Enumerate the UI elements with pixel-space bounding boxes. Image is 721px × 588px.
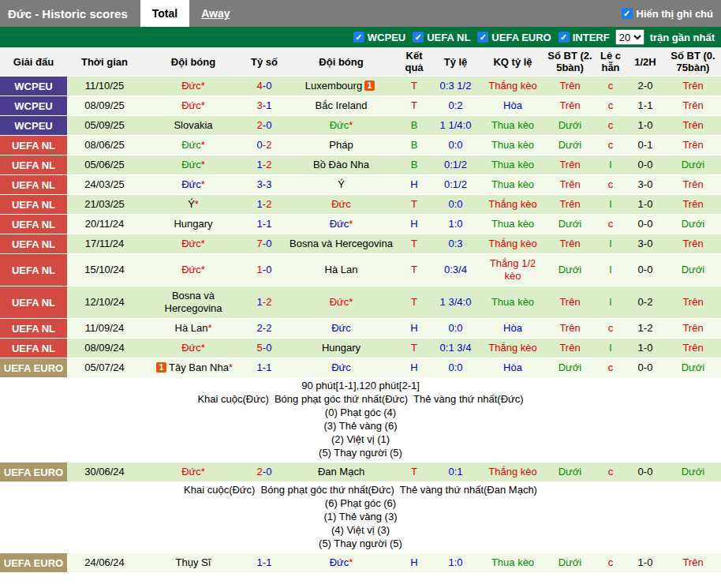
result-letter: B bbox=[411, 159, 418, 170]
odds-result-cell: Thua kèo bbox=[481, 116, 544, 136]
checkbox-checked-icon[interactable]: ✓ bbox=[413, 32, 424, 43]
home-advantage-star: * bbox=[207, 322, 211, 334]
match-date: 24/06/24 bbox=[67, 553, 142, 573]
over-under-25-cell: Trên bbox=[544, 234, 596, 254]
odd-even-cell: l bbox=[596, 195, 626, 215]
away-score: 2 bbox=[266, 159, 271, 170]
home-score: 4 bbox=[257, 80, 263, 92]
away-score: 1 bbox=[266, 218, 271, 230]
home-advantage-star: * bbox=[229, 361, 233, 373]
half-time-score-cell: 0-0 bbox=[626, 155, 665, 175]
odds-cell: 0:3 1/2 bbox=[430, 77, 481, 96]
over-under-075-value: Trên bbox=[682, 556, 703, 568]
home-score: 7 bbox=[257, 238, 263, 249]
filter-interf[interactable]: ✓INTERF bbox=[558, 32, 610, 43]
team-name: Ý bbox=[338, 178, 345, 190]
match-row: UEFA NL11/09/24Hà Lan*2-2ĐứcH0:0HòaTrênc… bbox=[0, 319, 721, 339]
col-league: Giải đấu bbox=[0, 47, 67, 77]
checkbox-checked-icon[interactable]: ✓ bbox=[622, 8, 633, 19]
over-under-075-cell: Trên bbox=[665, 234, 721, 254]
over-under-25-value: Dưới bbox=[558, 361, 582, 373]
result-letter: T bbox=[411, 342, 417, 354]
score-cell: 2-0 bbox=[245, 463, 284, 482]
half-time-score-cell: 1-0 bbox=[626, 553, 665, 573]
filter-uefa-nl[interactable]: ✓UEFA NL bbox=[413, 32, 470, 43]
over-under-075-value: Dưới bbox=[682, 159, 705, 170]
match-date: 20/11/24 bbox=[67, 215, 142, 234]
match-row: UEFA EURO30/06/24Đức*2-0Đan MạchT0:1Thắn… bbox=[0, 463, 721, 482]
home-team-cell: Đức* bbox=[142, 155, 245, 175]
odd-even-cell: c bbox=[596, 77, 626, 96]
score-cell: 2-2 bbox=[245, 319, 284, 339]
score-cell: 1-2 bbox=[245, 287, 284, 319]
odds-result-cell: Thua kèo bbox=[481, 155, 544, 175]
filter-wcpeu[interactable]: ✓WCPEU bbox=[353, 32, 405, 43]
team-name: Ý bbox=[188, 198, 195, 210]
team-name: Đức bbox=[331, 361, 351, 373]
over-under-25-cell: Trên bbox=[544, 287, 596, 319]
note-line: (2) Việt vị (1) bbox=[0, 433, 721, 446]
tab-total[interactable]: Total bbox=[140, 0, 189, 27]
result-cell: B bbox=[398, 136, 430, 155]
checkbox-checked-icon[interactable]: ✓ bbox=[353, 32, 364, 43]
col-odds: Tỷ lệ bbox=[430, 47, 481, 77]
odds-value: 0:0 bbox=[448, 361, 462, 373]
league-badge: UEFA NL bbox=[0, 319, 67, 339]
show-notes-checkbox[interactable]: ✓ Hiển thị ghi chú bbox=[622, 0, 721, 27]
home-advantage-star: * bbox=[349, 119, 353, 131]
match-date: 12/10/24 bbox=[67, 287, 142, 319]
odd-even-value: c bbox=[608, 466, 614, 478]
team-name: Đức bbox=[181, 80, 201, 92]
away-team-cell: Ý bbox=[284, 175, 398, 195]
over-under-25-cell: Dưới bbox=[544, 136, 596, 155]
over-under-075-cell: Trên bbox=[665, 96, 721, 116]
home-advantage-star: * bbox=[201, 99, 205, 111]
result-letter: B bbox=[411, 119, 418, 131]
odd-even-cell: c bbox=[596, 358, 626, 378]
filter-label: INTERF bbox=[573, 32, 610, 43]
odd-even-cell: c bbox=[596, 136, 626, 155]
odd-even-cell: c bbox=[596, 463, 626, 482]
over-under-075-cell: Trên bbox=[665, 287, 721, 319]
odd-even-value: l bbox=[610, 238, 612, 249]
red-card-icon: 1 bbox=[156, 362, 166, 373]
odd-even-value: c bbox=[608, 139, 614, 151]
away-team-cell: Đức* bbox=[284, 553, 398, 573]
away-team-cell: Đức* bbox=[284, 287, 398, 319]
tab-away[interactable]: Away bbox=[189, 0, 241, 27]
match-row: UEFA NL15/10/24Đức*1-0Hà LanT0:3/4Thắng … bbox=[0, 254, 721, 287]
filter-uefa-euro[interactable]: ✓UEFA EURO bbox=[477, 32, 551, 43]
home-team-cell: Đức* bbox=[142, 254, 245, 287]
league-badge: UEFA NL bbox=[0, 234, 67, 254]
odds-value: 1:0 bbox=[448, 218, 462, 230]
checkbox-checked-icon[interactable]: ✓ bbox=[558, 32, 570, 43]
red-card-icon: 1 bbox=[364, 81, 375, 91]
odd-even-cell: l bbox=[596, 155, 626, 175]
away-score: 0 bbox=[266, 264, 271, 275]
recent-count-select[interactable]: 20 bbox=[615, 29, 644, 45]
away-score: 2 bbox=[266, 296, 271, 308]
odds-result-value: Thua kèo bbox=[491, 178, 534, 190]
odds-cell: 1 1/4:0 bbox=[430, 116, 481, 136]
recent-count-label: trận gần nhất bbox=[650, 32, 715, 43]
over-under-25-cell: Dưới bbox=[544, 358, 596, 378]
match-date: 24/03/25 bbox=[67, 175, 142, 195]
away-score: 2 bbox=[266, 198, 271, 210]
league-badge: UEFA EURO bbox=[0, 358, 67, 378]
result-letter: T bbox=[411, 296, 417, 308]
over-under-25-cell: Dưới bbox=[544, 254, 596, 287]
team-name: Hungary bbox=[174, 218, 212, 230]
result-cell: T bbox=[398, 96, 430, 116]
home-score: 2 bbox=[257, 119, 263, 131]
odds-result-cell: Thắng kèo bbox=[481, 339, 544, 358]
home-score: 3 bbox=[257, 99, 263, 111]
checkbox-checked-icon[interactable]: ✓ bbox=[477, 32, 488, 43]
col-goals-25: Số BT (2. 5bàn) bbox=[544, 47, 596, 77]
over-under-25-value: Trên bbox=[559, 322, 580, 334]
home-team-cell: Thụy Sĩ bbox=[142, 553, 245, 573]
odds-cell: 0:0 bbox=[430, 195, 481, 215]
over-under-25-value: Dưới bbox=[558, 466, 582, 478]
result-cell: T bbox=[398, 195, 430, 215]
result-letter: H bbox=[410, 556, 417, 568]
over-under-075-cell: Trên bbox=[665, 77, 721, 96]
